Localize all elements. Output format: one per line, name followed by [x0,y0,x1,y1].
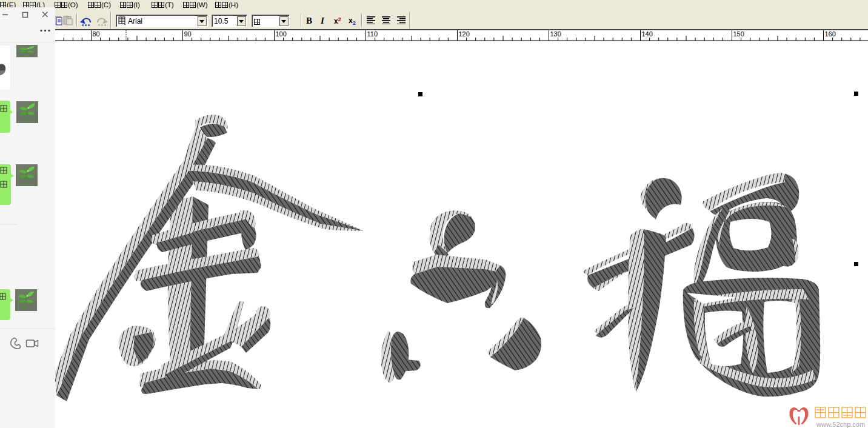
svg-text:www.52cnp.com: www.52cnp.com [816,421,865,428]
